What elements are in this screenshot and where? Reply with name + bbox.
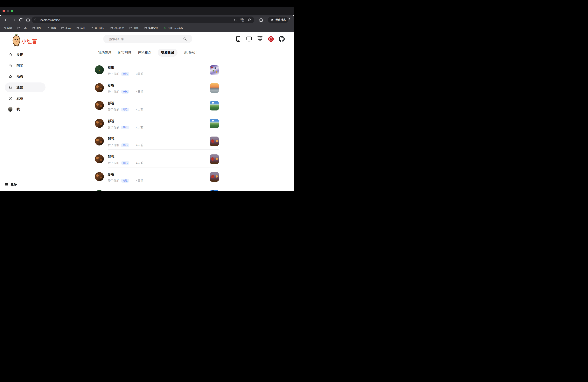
sender-name[interactable]: 影视 <box>108 155 219 159</box>
sender-name[interactable]: 壁纸 <box>108 191 219 191</box>
sender-name[interactable]: 影视 <box>108 101 219 105</box>
url-text[interactable]: localhost/notice <box>40 18 233 21</box>
bookmark-star-icon[interactable] <box>247 18 251 22</box>
minimize-window-button[interactable] <box>7 10 9 12</box>
bookmarks-bar: 翻墙 工具 服务 博客 <box>0 25 294 32</box>
bookmark-item[interactable]: 工具 <box>17 27 27 30</box>
password-key-icon[interactable] <box>233 18 237 22</box>
monitor-icon[interactable] <box>246 36 252 42</box>
notification-row[interactable]: 影视 赞了你的 笔记 4天前 <box>95 101 219 119</box>
close-window-button[interactable] <box>2 10 5 12</box>
bookmark-item[interactable]: AI大模型 <box>110 27 124 30</box>
timestamp: 4天前 <box>136 108 143 111</box>
notification-row[interactable]: 影视 赞了你的 笔记 4天前 <box>95 83 219 101</box>
timestamp: 4天前 <box>136 90 143 94</box>
note-tag[interactable]: 笔记 <box>121 143 129 147</box>
notification-row[interactable]: 影视 赞了你的 笔记 4天前 <box>95 137 219 154</box>
note-thumbnail[interactable] <box>210 190 219 191</box>
search-input[interactable] <box>109 37 183 41</box>
forward-button[interactable] <box>11 18 16 22</box>
github-icon[interactable] <box>279 36 285 42</box>
notification-row[interactable]: 壁纸 赞了你的 笔记 3天前 <box>95 65 219 83</box>
bookmark-item[interactable]: 项目地址 <box>90 27 105 30</box>
sidebar-item[interactable]: 闲宝 <box>5 61 45 70</box>
note-thumbnail[interactable] <box>210 65 219 75</box>
url-bar[interactable]: localhost/notice G文 <box>32 17 254 23</box>
bookmark-item[interactable]: 宝塔Linux面板 <box>163 27 183 30</box>
more-button[interactable]: 更多 <box>5 182 17 187</box>
message-tab[interactable]: 评论和@ <box>138 49 151 57</box>
sender-name[interactable]: 影视 <box>108 172 219 176</box>
site-info-icon[interactable] <box>34 18 38 21</box>
zoom-window-button[interactable] <box>11 10 13 12</box>
note-thumbnail[interactable] <box>210 172 219 182</box>
translate-icon[interactable]: G文 <box>240 18 244 22</box>
notification-row[interactable]: 壁纸 <box>95 190 219 191</box>
sender-avatar[interactable] <box>95 172 104 181</box>
sidebar-item[interactable]: 通知 <box>5 83 45 92</box>
search-icon[interactable] <box>183 37 187 41</box>
sender-avatar[interactable] <box>95 83 104 92</box>
mobile-phone-icon[interactable] <box>235 36 241 42</box>
reload-button[interactable] <box>19 18 23 22</box>
bookmark-item[interactable]: Java <box>61 27 71 30</box>
note-tag[interactable]: 笔记 <box>121 179 129 183</box>
sidebar-item-icon <box>8 53 12 57</box>
note-thumbnail[interactable] <box>210 154 219 164</box>
sender-avatar[interactable] <box>95 154 104 163</box>
gitee-icon[interactable] <box>268 36 274 42</box>
sender-avatar[interactable] <box>95 65 104 74</box>
bookmark-item[interactable]: 项目 <box>76 27 85 30</box>
notification-row[interactable]: 影视 赞了你的 笔记 4天前 <box>95 119 219 137</box>
message-tab[interactable]: 闲宝消息 <box>118 49 131 57</box>
notification-row[interactable]: 影视 赞了你的 笔记 4天前 <box>95 154 219 172</box>
sidebar-item[interactable]: 我 <box>5 104 45 114</box>
back-button[interactable] <box>4 18 9 22</box>
sidebar-item-icon <box>8 74 12 79</box>
note-tag[interactable]: 笔记 <box>121 161 129 165</box>
bookmark-item[interactable]: 博客 <box>46 27 56 30</box>
sender-avatar[interactable] <box>95 119 104 128</box>
sender-avatar[interactable] <box>95 137 104 146</box>
sidebar-item[interactable]: 发现 <box>5 50 45 60</box>
search-bar[interactable] <box>103 35 192 43</box>
bookmark-item[interactable]: 直播 <box>129 27 139 30</box>
browser-menu-icon[interactable] <box>287 18 292 22</box>
sender-name[interactable]: 壁纸 <box>108 66 219 70</box>
timestamp: 4天前 <box>136 161 143 165</box>
app-logo-potato[interactable] <box>12 34 21 46</box>
presentation-chart-icon[interactable] <box>257 36 263 42</box>
note-tag[interactable]: 笔记 <box>121 90 129 94</box>
sender-name[interactable]: 影视 <box>108 137 219 141</box>
sidebar-item[interactable]: 动态 <box>5 72 45 81</box>
sender-avatar[interactable] <box>95 101 104 110</box>
note-thumbnail[interactable] <box>210 119 219 128</box>
note-thumbnail[interactable] <box>210 137 219 146</box>
note-tag[interactable]: 笔记 <box>121 108 129 111</box>
bookmark-item[interactable]: 翻墙 <box>3 27 12 30</box>
notification-row[interactable]: 影视 赞了你的 笔记 4天前 <box>95 172 219 190</box>
incognito-label: 无痕模式 <box>275 18 286 21</box>
message-tab[interactable]: 新增关注 <box>184 49 197 57</box>
home-button[interactable] <box>26 18 30 22</box>
sidebar-item-label: 我 <box>17 107 20 111</box>
message-tab[interactable]: 我的消息 <box>98 49 111 57</box>
bookmark-label: 项目地址 <box>95 27 105 30</box>
app-logo-text[interactable]: 小红薯 <box>21 38 37 45</box>
bookmark-item[interactable]: 服务 <box>32 27 41 30</box>
note-thumbnail[interactable] <box>210 101 219 110</box>
sender-name[interactable]: 影视 <box>108 84 219 87</box>
note-tag[interactable]: 笔记 <box>121 72 129 76</box>
note-tag[interactable]: 笔记 <box>121 126 129 129</box>
note-thumbnail[interactable] <box>210 83 219 93</box>
notification-body: 影视 赞了你的 笔记 4天前 <box>108 137 219 147</box>
extensions-icon[interactable] <box>259 18 263 22</box>
sidebar-item[interactable]: 发布 <box>5 93 45 103</box>
row-divider <box>108 78 219 78</box>
bookmark-item[interactable]: 净界家政 <box>144 27 158 30</box>
sender-name[interactable]: 影视 <box>108 119 219 123</box>
more-label: 更多 <box>10 182 17 187</box>
sender-avatar[interactable] <box>95 190 104 191</box>
message-tab[interactable]: 赞和收藏 <box>158 49 178 57</box>
notification-body: 壁纸 <box>108 190 219 191</box>
